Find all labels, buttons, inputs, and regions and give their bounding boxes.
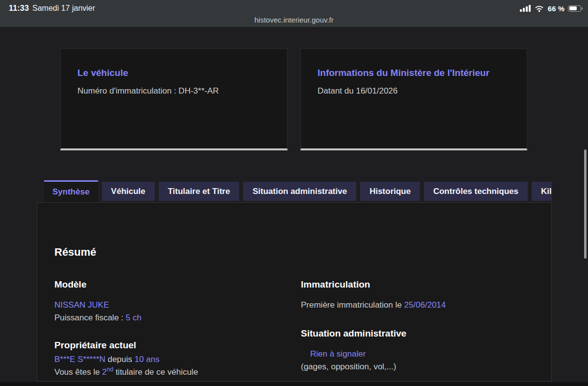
holder-suffix: titulaire de ce véhicule (113, 367, 198, 377)
status-indicators: 66 % (520, 3, 581, 13)
summary-right-column: Immatriculation Première immatriculation… (301, 279, 531, 376)
wifi-icon (534, 4, 544, 12)
admin-status-heading: Situation administrative (301, 328, 531, 339)
scrollbar[interactable] (584, 149, 587, 259)
tab-situation-administrative[interactable]: Situation administrative (243, 182, 356, 201)
owner-name: B***E S*****N (54, 355, 105, 364)
owner-heading: Propriétaire actuel (54, 340, 285, 351)
holder-rank-suffix: nd (107, 366, 113, 373)
web-page: Le véhicule Numéro d'immatriculation : D… (0, 27, 588, 382)
summary-left-column: Modèle NISSAN JUKE Puissance fiscale : 5… (54, 279, 285, 382)
battery-icon (568, 5, 581, 12)
holder-prefix: Vous êtes le (54, 367, 102, 377)
clock: 11:33 (9, 4, 29, 13)
ministry-card-date: Datant du 16/01/2026 (318, 85, 510, 97)
tab-kilometrage[interactable]: Kilométrage (532, 182, 552, 201)
safari-url-bar[interactable]: histovec.interieur.gouv.fr (0, 15, 588, 27)
owner-since-label: depuis (105, 355, 135, 364)
url-text[interactable]: histovec.interieur.gouv.fr (254, 16, 333, 24)
tab-historique[interactable]: Historique (360, 182, 420, 201)
admin-status-link[interactable]: Rien à signaler (310, 349, 366, 359)
status-date: Samedi 17 janvier (32, 4, 95, 13)
status-bar: 11:33 Samedi 17 janvier 66 % histovec.in… (0, 0, 588, 27)
model-heading: Modèle (54, 279, 285, 290)
tab-vehicule[interactable]: Véhicule (102, 182, 155, 201)
owner-block: Propriétaire actuel B***E S*****N depuis… (54, 340, 285, 378)
ministry-card: Informations du Ministère de l'Intérieur… (300, 48, 527, 150)
owner-duration: 10 ans (135, 355, 160, 364)
tab-synthese[interactable]: Synthèse (44, 180, 98, 202)
tab-strip: Synthèse Véhicule Titulaire et Titre Sit… (44, 180, 552, 202)
tab-controles-techniques[interactable]: Contrôles techniques (424, 182, 528, 201)
registration-heading: Immatriculation (301, 279, 531, 290)
vehicle-card-plate: Numéro d'immatriculation : DH-3**-AR (77, 85, 270, 97)
battery-percent: 66 % (548, 4, 564, 13)
ministry-card-title: Informations du Ministère de l'Intérieur (318, 66, 510, 80)
fiscal-power-value: 5 ch (126, 313, 142, 322)
resume-title: Résumé (54, 246, 97, 259)
tab-titulaire-et-titre[interactable]: Titulaire et Titre (159, 182, 240, 201)
page-bottom-edge (0, 382, 588, 386)
first-registration-date: 25/06/2014 (404, 300, 446, 310)
first-registration-label: Première immatriculation le (301, 300, 404, 310)
fiscal-power-label: Puissance fiscale : (54, 313, 126, 322)
admin-status-note: (gages, opposition, vol,...) (301, 362, 531, 372)
cellular-signal-icon (520, 5, 531, 12)
holder-rank: 2 (102, 367, 106, 377)
ipad-screen: 11:33 Samedi 17 janvier 66 % histovec.in… (0, 0, 588, 386)
model-name: NISSAN JUKE (54, 300, 109, 310)
synthese-panel: Résumé Modèle NISSAN JUKE Puissance fisc… (37, 202, 552, 382)
vehicle-card: Le véhicule Numéro d'immatriculation : D… (60, 48, 288, 150)
vehicle-card-title: Le véhicule (77, 66, 270, 80)
